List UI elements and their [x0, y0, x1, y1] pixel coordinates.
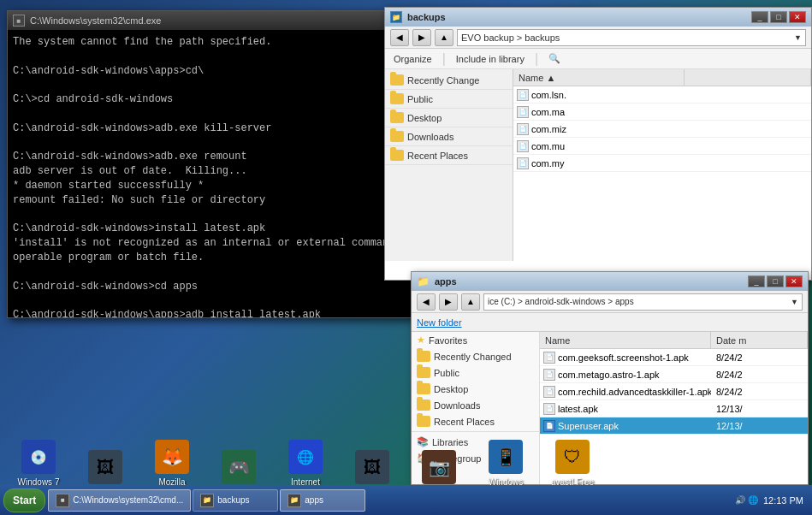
- forward-button[interactable]: ▶: [412, 29, 431, 46]
- sidebar-recently-changed-label: Recently Change: [407, 75, 479, 86]
- folder-icon: [390, 93, 404, 104]
- folder-icon: [417, 351, 430, 362]
- bottom-sidebar-recent-places[interactable]: Recent Places: [412, 413, 539, 429]
- folder-icon: [417, 400, 430, 411]
- file-name: 📄 com.ma: [513, 106, 685, 118]
- divider: [412, 431, 539, 432]
- sidebar-item-public[interactable]: Public: [385, 90, 513, 109]
- top-explorer-window: 📁 backups _ □ ✕ ◀ ▶ ▲ EVO backup > backu…: [384, 7, 812, 281]
- list-item[interactable]: 📄 latest.apk 12/13/: [540, 400, 808, 417]
- bottom-sidebar-public[interactable]: Public: [412, 364, 539, 381]
- bottom-minimize-button[interactable]: _: [748, 275, 765, 287]
- top-maximize-button[interactable]: □: [770, 11, 787, 23]
- list-item[interactable]: 📄 com.ma: [513, 104, 811, 121]
- bottom-forward-button[interactable]: ▶: [439, 293, 458, 311]
- organize-button[interactable]: Organize: [390, 52, 436, 66]
- cmd-titlebar-left: ■ C:\Windows\system32\cmd.exe: [13, 15, 161, 27]
- top-explorer-controls: _ □ ✕: [751, 11, 806, 23]
- col-date-header[interactable]: [685, 69, 811, 86]
- img2417-icon: 🖼: [355, 450, 389, 484]
- top-explorer-sidebar: Recently Change Public Desktop Downloads…: [385, 69, 513, 261]
- sidebar-desktop-label: Desktop: [407, 113, 442, 123]
- taskbar-item-apps[interactable]: 📁 apps: [280, 489, 365, 512]
- sidebar-item-downloads[interactable]: Downloads: [385, 127, 513, 146]
- sidebar-item-recent-places[interactable]: Recent Places: [385, 146, 513, 165]
- folder-icon: [417, 383, 430, 394]
- taskbar-item-cmd[interactable]: ■ C:\Windows\system32\cmd...: [48, 489, 191, 512]
- address-text: EVO backup > backups: [461, 33, 560, 43]
- top-explorer-titlebar: 📁 backups _ □ ✕: [385, 8, 811, 27]
- bottom-address-bar[interactable]: ice (C:) > android-sdk-windows > apps ▼: [483, 293, 803, 311]
- explorer-icon: 📁: [390, 11, 402, 23]
- bottom-back-button[interactable]: ◀: [417, 293, 436, 311]
- ie-icon: 🌐: [288, 440, 323, 474]
- file-name: 📄 com.metago.astro-1.apk: [540, 369, 711, 381]
- list-item[interactable]: 📄 com.metago.astro-1.apk 8/24/2: [540, 366, 808, 383]
- bottom-explorer-controls: _ □ ✕: [748, 275, 803, 287]
- list-item-selected[interactable]: 📄 Superuser.apk 12/13/: [540, 417, 808, 435]
- folder-icon: [390, 74, 404, 86]
- list-item[interactable]: 📄 com.miz: [513, 121, 811, 138]
- bottom-col-date-header[interactable]: Date m: [711, 332, 808, 348]
- taskbar-apps-icon: 📁: [287, 494, 301, 507]
- file-name: 📄 com.my: [513, 157, 685, 169]
- address-bar[interactable]: EVO backup > backups ▼: [457, 29, 806, 46]
- sidebar-recent-places-label: Recent Places: [407, 151, 468, 161]
- img2416-icon: 🖼: [88, 450, 122, 484]
- sidebar-item-desktop[interactable]: Desktop: [385, 109, 513, 127]
- file-name: 📄 com.geeksoft.screenshot-1.apk: [540, 352, 711, 364]
- top-minimize-button[interactable]: _: [751, 11, 768, 23]
- file-icon: 📄: [543, 369, 555, 381]
- list-item[interactable]: 📄 com.lsn.: [513, 86, 811, 104]
- file-date: 12/13/: [711, 421, 748, 431]
- bottom-sidebar-desktop[interactable]: Desktop: [412, 381, 539, 397]
- file-icon: 📄: [543, 386, 555, 398]
- new-folder-button[interactable]: New folder: [417, 317, 462, 328]
- bottom-explorer-title: apps: [435, 276, 457, 287]
- bottom-explorer-icon: 📁: [417, 275, 430, 287]
- fraps-icon: 🎮: [222, 450, 256, 484]
- top-file-list: 📄 com.lsn. 📄 com.ma: [513, 86, 811, 261]
- sidebar-downloads-label: Downloads: [407, 132, 453, 142]
- search-button[interactable]: 🔍: [545, 51, 564, 66]
- start-button[interactable]: Start: [3, 488, 45, 512]
- bottom-address-text: ice (C:) > android-sdk-windows > apps: [488, 297, 634, 306]
- taskbar-item-backups[interactable]: 📁 backups: [193, 489, 278, 512]
- file-date: 8/24/2: [711, 352, 748, 363]
- bottom-sidebar-downloads[interactable]: Downloads: [412, 397, 539, 413]
- file-date: 8/24/2: [711, 370, 748, 380]
- bottom-maximize-button[interactable]: □: [767, 275, 784, 287]
- bottom-sidebar-favorites[interactable]: ★ Favorites: [412, 332, 539, 348]
- folder-icon: [417, 367, 430, 378]
- back-button[interactable]: ◀: [390, 29, 409, 46]
- file-name: 📄 latest.apk: [540, 403, 711, 415]
- col-name-header[interactable]: Name ▲: [513, 69, 685, 86]
- list-item[interactable]: 📄 com.geeksoft.screenshot-1.apk 8/24/2: [540, 349, 808, 366]
- include-library-button[interactable]: Include in library: [453, 52, 528, 66]
- file-icon: 📄: [517, 106, 529, 118]
- list-item[interactable]: 📄 com.rechild.advancedtaskkiller-1.apk 8…: [540, 383, 808, 400]
- taskbar: Start ■ C:\Windows\system32\cmd... 📁 bac…: [0, 485, 812, 515]
- taskbar-folder-icon: 📁: [200, 494, 214, 507]
- folder-icon: [390, 131, 404, 142]
- bottom-sidebar-recently-changed[interactable]: Recently Changed: [412, 348, 539, 364]
- up-button[interactable]: ▲: [435, 29, 453, 46]
- bottom-explorer-toolbar: ◀ ▶ ▲ ice (C:) > android-sdk-windows > a…: [412, 291, 808, 313]
- file-icon: 📄: [517, 157, 529, 169]
- address-dropdown[interactable]: ▼: [794, 33, 802, 42]
- bottom-up-button[interactable]: ▲: [461, 293, 480, 311]
- top-close-button[interactable]: ✕: [789, 11, 806, 23]
- bottom-close-button[interactable]: ✕: [785, 275, 803, 287]
- taskbar-items: ■ C:\Windows\system32\cmd... 📁 backups 📁…: [48, 489, 727, 512]
- file-icon: 📄: [517, 123, 529, 135]
- sidebar-item-recently-changed[interactable]: Recently Change: [385, 71, 513, 90]
- list-item[interactable]: 📄 com.my: [513, 155, 811, 172]
- bottom-col-name-header[interactable]: Name: [540, 332, 711, 348]
- file-date: 12/13/: [711, 404, 748, 414]
- taskbar-cmd-icon: ■: [56, 494, 69, 507]
- list-item[interactable]: 📄 com.mu: [513, 138, 811, 155]
- folder-icon: [417, 416, 430, 427]
- systray: 🔊 🌐 12:13 PM: [730, 495, 809, 506]
- file-icon: 📄: [517, 89, 529, 101]
- bottom-address-dropdown[interactable]: ▼: [791, 298, 798, 306]
